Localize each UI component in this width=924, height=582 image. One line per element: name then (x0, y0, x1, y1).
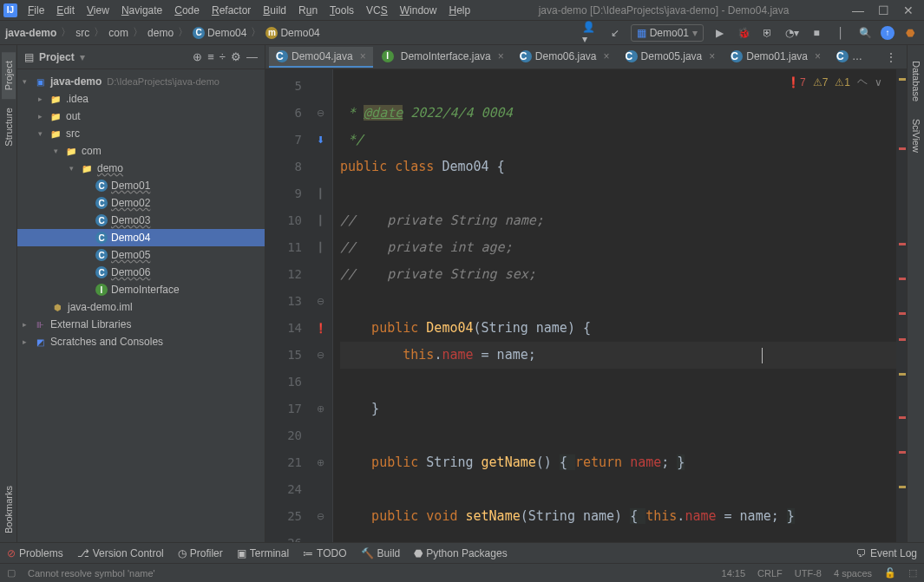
menu-refactor[interactable]: Refactor (206, 3, 256, 18)
menu-edit[interactable]: Edit (51, 3, 80, 18)
menu-navigate[interactable]: Navigate (116, 3, 167, 18)
expand-icon[interactable]: ▾ (23, 77, 33, 86)
menu-run[interactable]: Run (293, 3, 323, 18)
tree-scratches[interactable]: ▸ ◩ Scratches and Consoles (17, 333, 265, 350)
implements-icon[interactable]: ⬇ (309, 127, 332, 154)
tool-tab-database[interactable]: Database (909, 52, 923, 110)
menu-view[interactable]: View (82, 3, 115, 18)
menu-help[interactable]: Help (443, 3, 475, 18)
error-count[interactable]: ❗7 (787, 76, 806, 88)
code-editor[interactable]: ❗7 ⚠7 ⚠1 ヘ ∨ 567 8910 111213 141516 1720… (265, 69, 907, 542)
status-line-col[interactable]: 14:15 (722, 568, 746, 579)
tool-todo[interactable]: ≔TODO (303, 547, 346, 559)
add-config-button[interactable]: 👤▾ (582, 24, 600, 42)
tree-out[interactable]: ▸ 📁 out (17, 108, 265, 125)
project-tree[interactable]: ▾ ▣ java-demo D:\IdeaProjects\java-demo … (17, 69, 265, 542)
tree-demo[interactable]: ▾ 📁 demo (17, 160, 265, 177)
tool-tab-sciview[interactable]: SciView (909, 110, 923, 161)
gutter-marks[interactable]: ⊖ ⬇ ┃┃┃ ⊖ ❗ ⊖ ⊕ ⊕ ⊖ (309, 69, 333, 542)
tool-tab-project[interactable]: Project (2, 52, 16, 99)
hide-icon[interactable]: — (246, 50, 258, 63)
tool-window-quick-access-icon[interactable]: ▢ (7, 567, 16, 579)
tree-external-libs[interactable]: ▸ ⊪ External Libraries (17, 316, 265, 333)
editor-tab-more[interactable]: C … (829, 47, 869, 68)
select-opened-file-icon[interactable]: ⊕ (193, 50, 202, 63)
tree-src[interactable]: ▾ 📁 src (17, 125, 265, 142)
editor-tab-demo01[interactable]: C Demo01.java × (724, 47, 828, 68)
tool-event-log[interactable]: 🗩Event Log (856, 547, 917, 559)
crumb-com[interactable]: com (108, 27, 128, 39)
crumb-project[interactable]: java-demo (5, 27, 56, 39)
editor-tab-demointerface[interactable]: I DemoInterface.java × (375, 47, 511, 68)
tree-root[interactable]: ▾ ▣ java-demo D:\IdeaProjects\java-demo (17, 73, 265, 90)
editor-tab-demo04[interactable]: C Demo04.java × (269, 47, 373, 68)
tool-vcs[interactable]: ⎇Version Control (77, 547, 164, 559)
expand-all-icon[interactable]: ≡ (207, 50, 214, 63)
warning-count[interactable]: ⚠7 (813, 76, 829, 88)
menu-file[interactable]: File (23, 3, 49, 18)
tool-problems[interactable]: ⊘Problems (7, 547, 63, 559)
menu-vcs[interactable]: VCS (361, 3, 393, 18)
expand-icon[interactable]: ▸ (38, 112, 49, 121)
crumb-src[interactable]: src (75, 27, 89, 39)
crumb-class[interactable]: CDemo04 (193, 27, 246, 39)
stop-button[interactable]: ■ (808, 24, 825, 42)
error-mark-icon[interactable]: ❗ (309, 315, 332, 342)
weak-warning-count[interactable]: ⚠1 (835, 76, 850, 88)
editor-tab-demo05[interactable]: C Demo05.java × (619, 47, 723, 68)
status-encoding[interactable]: UTF-8 (795, 568, 822, 579)
update-button[interactable]: ↑ (881, 26, 895, 40)
status-indent[interactable]: 4 spaces (834, 568, 872, 579)
crumb-method[interactable]: mDemo04 (265, 27, 319, 39)
coverage-button[interactable]: ⛨ (759, 24, 777, 42)
close-button[interactable]: ✕ (903, 3, 914, 17)
menu-window[interactable]: Window (395, 3, 442, 18)
expand-icon[interactable]: ▸ (23, 337, 33, 346)
tree-file-demo05[interactable]: C Demo05 (17, 246, 265, 264)
collapse-icon[interactable]: ▾ (69, 164, 80, 173)
tab-overflow-icon[interactable]: ⋮ (879, 51, 903, 63)
git-branch-button[interactable]: │ (832, 24, 849, 42)
run-button[interactable]: ▶ (711, 24, 728, 42)
minimize-button[interactable]: — (852, 3, 864, 17)
tree-file-demo02[interactable]: C Demo02 (17, 194, 265, 212)
next-highlight-icon[interactable]: ∨ (875, 76, 882, 88)
run-config-selector[interactable]: ▦ Demo01 ▾ (631, 24, 704, 42)
project-title[interactable]: Project (39, 51, 75, 63)
prev-highlight-icon[interactable]: ヘ (857, 75, 868, 89)
chevron-down-icon[interactable]: ▾ (80, 51, 85, 63)
tree-iml[interactable]: ⬢ java-demo.iml (17, 298, 265, 316)
editor-tab-demo06[interactable]: C Demo06.java × (513, 47, 617, 68)
tool-tab-structure[interactable]: Structure (2, 99, 16, 155)
tool-build[interactable]: 🔨Build (361, 547, 401, 559)
close-tab-icon[interactable]: × (815, 50, 821, 62)
expand-icon[interactable]: ▸ (38, 95, 49, 103)
ide-features-button[interactable]: ⬣ (901, 24, 919, 42)
menu-tools[interactable]: Tools (324, 3, 359, 18)
close-tab-icon[interactable]: × (709, 50, 715, 62)
tree-file-demo03[interactable]: C Demo03 (17, 212, 265, 229)
collapse-icon[interactable]: ▾ (54, 147, 64, 155)
git-update-button[interactable]: ↙ (606, 24, 624, 42)
status-line-ending[interactable]: CRLF (757, 568, 783, 579)
settings-icon[interactable]: ⚙ (231, 50, 241, 63)
menu-build[interactable]: Build (258, 3, 292, 18)
search-button[interactable]: 🔍 (856, 24, 874, 42)
code-content[interactable]: * @date 2022/4/4 0004 */ public class De… (333, 69, 896, 542)
expand-icon[interactable]: ▸ (23, 320, 33, 329)
collapse-all-icon[interactable]: ÷ (220, 50, 226, 63)
tool-profiler[interactable]: ◷Profiler (178, 547, 223, 559)
tree-file-demo06[interactable]: C Demo06 (17, 264, 265, 281)
memory-icon[interactable]: ⬚ (908, 567, 917, 579)
profile-button[interactable]: ◔▾ (783, 24, 801, 42)
debug-button[interactable]: 🐞 (735, 24, 752, 42)
tool-python-packages[interactable]: ⬣Python Packages (414, 547, 507, 559)
crumb-demo[interactable]: demo (147, 27, 174, 39)
close-tab-icon[interactable]: × (360, 50, 366, 62)
tree-file-demointerface[interactable]: I DemoInterface (17, 281, 265, 298)
tree-file-demo01[interactable]: C Demo01 (17, 177, 265, 194)
tree-com[interactable]: ▾ 📁 com (17, 142, 265, 160)
readonly-icon[interactable]: 🔓 (884, 567, 896, 579)
collapse-icon[interactable]: ▾ (38, 129, 49, 138)
error-stripe[interactable] (896, 69, 907, 542)
